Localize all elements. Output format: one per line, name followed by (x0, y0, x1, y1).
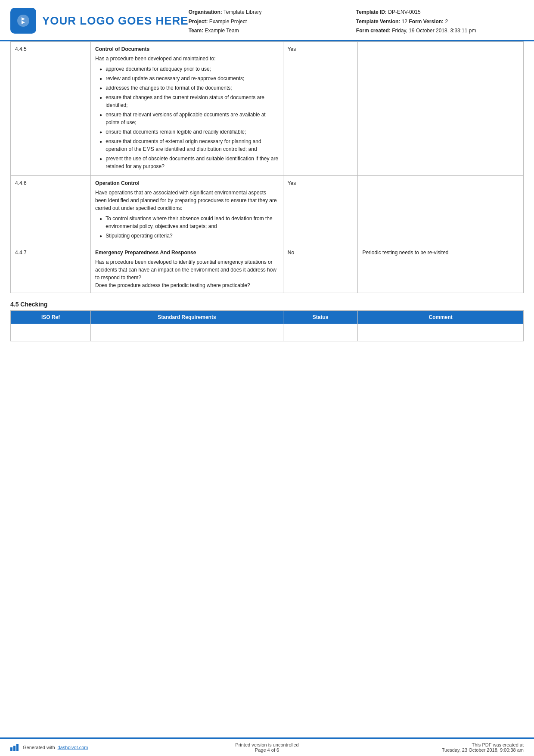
list-item: ensure that documents remain legible and… (95, 128, 279, 136)
generated-text: Generated with (23, 745, 55, 750)
header-meta: Organisation: Template Library Project: … (189, 8, 524, 36)
list-item: prevent the use of obsolete documents an… (95, 155, 279, 170)
footer: Generated with dashpivot.com Printed ver… (0, 737, 534, 756)
list-item: ensure that documents of external origin… (95, 137, 279, 153)
header-col-right: Template ID: DP-ENV-0015 Template Versio… (356, 8, 524, 36)
header: YOUR LOGO GOES HERE Organisation: Templa… (0, 0, 534, 41)
footer-right: This PDF was created atTuesday, 23 Octob… (353, 742, 524, 753)
dashpivot-icon (10, 744, 19, 751)
table-row: 4.4.6 Operation Control Have operations … (11, 175, 524, 245)
section-45-heading: 4.5 Checking (10, 301, 524, 308)
dashpivot-link[interactable]: dashpivot.com (58, 745, 88, 750)
footer-left: Generated with dashpivot.com (10, 744, 181, 751)
table-row: 4.4.5 Control of Documents Has a procedu… (11, 41, 524, 175)
list-item: ensure that changes and the current revi… (95, 94, 279, 109)
status-445: Yes (283, 41, 358, 175)
org-line: Organisation: Template Library (189, 8, 356, 17)
th-comment: Comment (358, 310, 524, 324)
table-row: 4.4.7 Emergency Preparedness And Respons… (11, 245, 524, 293)
version-line: Template Version: 12 Form Version: 2 (356, 17, 524, 27)
comment-445 (358, 41, 524, 175)
iso-ref-445: 4.4.5 (11, 41, 91, 175)
footer-center: Printed version is uncontrolledPage 4 of… (181, 742, 352, 753)
list-item: ensure that relevant versions of applica… (95, 111, 279, 126)
header-col-left: Organisation: Template Library Project: … (189, 8, 356, 36)
logo-area: YOUR LOGO GOES HERE (10, 8, 189, 34)
list-item: review and update as necessary and re-ap… (95, 75, 279, 82)
status-447: No (283, 245, 358, 293)
list-item: To control situations where their absenc… (95, 215, 279, 230)
project-line: Project: Example Project (189, 17, 356, 27)
th-status: Status (283, 310, 358, 324)
status-446: Yes (283, 175, 358, 245)
bullet-list-446: To control situations where their absenc… (95, 215, 279, 240)
th-std-req: Standard Requirements (91, 310, 283, 324)
table-row-empty (11, 324, 524, 341)
logo-icon (10, 8, 36, 34)
iso-ref-447: 4.4.7 (11, 245, 91, 293)
section-45-table: ISO Ref Standard Requirements Status Com… (10, 310, 524, 341)
comment-447: Periodic testing needs to be re-visited (358, 245, 524, 293)
template-id-line: Template ID: DP-ENV-0015 (356, 8, 524, 17)
table-header-row: ISO Ref Standard Requirements Status Com… (11, 310, 524, 324)
main-table: 4.4.5 Control of Documents Has a procedu… (10, 41, 524, 293)
list-item: addresses the changes to the format of t… (95, 84, 279, 92)
main-content: 4.4.5 Control of Documents Has a procedu… (0, 41, 534, 341)
bullet-list-445: approve documents for adequacy prior to … (95, 65, 279, 170)
list-item: approve documents for adequacy prior to … (95, 65, 279, 73)
std-req-447: Emergency Preparedness And Response Has … (91, 245, 283, 293)
std-req-445: Control of Documents Has a procedure bee… (91, 41, 283, 175)
list-item: Stipulating operating criteria? (95, 232, 279, 240)
th-iso-ref: ISO Ref (11, 310, 91, 324)
iso-ref-446: 4.4.6 (11, 175, 91, 245)
form-created-line: Form created: Friday, 19 October 2018, 3… (356, 26, 524, 36)
std-req-446: Operation Control Have operations that a… (91, 175, 283, 245)
team-line: Team: Example Team (189, 26, 356, 36)
logo-text: YOUR LOGO GOES HERE (42, 14, 189, 28)
comment-446 (358, 175, 524, 245)
